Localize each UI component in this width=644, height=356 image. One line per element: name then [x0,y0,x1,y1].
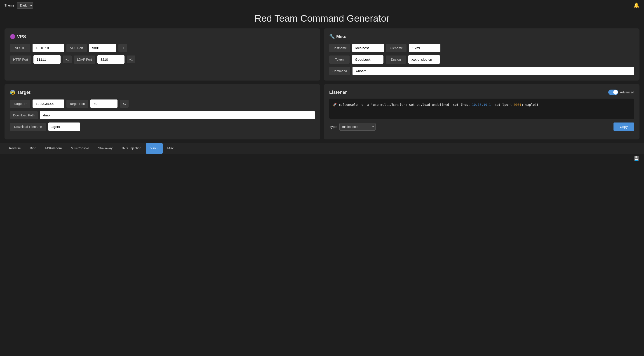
hostname-input[interactable] [352,44,384,52]
target-title-text: Target [17,90,30,95]
bottom-bar: 💾 [0,154,644,163]
vps-ip-label: VPS IP [10,44,30,52]
hostname-label: Hostname [329,44,350,52]
hostname-filename-row: Hostname Filename [329,44,634,52]
filename-label: Filename [386,44,406,52]
target-port-increment-btn[interactable]: +1 [120,100,128,108]
type-label: Type [329,125,337,129]
vps-title: 🟣 VPS [10,34,315,39]
target-title: 😰 Target [10,90,315,95]
token-label: Token [329,55,350,64]
target-ip-port-row: Target IP Target Port +1 [10,100,315,108]
download-path-row: Download Path [10,111,315,119]
top-bar: Theme Dark Light 🔔 [0,0,644,11]
listener-header: Listener Advanced [329,90,634,95]
tab-stowaway[interactable]: Stowaway [94,143,117,154]
download-filename-label: Download Filename [10,123,46,131]
bell-icon[interactable]: 🔔 [634,2,640,8]
bottom-tabs: Reverse Bind MSFVenom MSFConsole Stowawa… [0,143,644,154]
type-row: Type msfconsole netcat socat Copy [329,123,634,131]
tab-msfvenom[interactable]: MSFVenom [41,143,66,154]
command-row: Command [329,67,634,75]
vps-ip-row: VPS IP VPS Port +1 [10,44,315,52]
misc-title-text: Misc [336,34,346,39]
tab-msfconsole[interactable]: MSFConsole [66,143,94,154]
listener-cmd-output: 🚀 msfconsole -q -x "use multi/handler; s… [329,99,634,119]
toggle-knob [613,90,618,95]
cmd-text-1: msfconsole -q -x "use multi/handler; set… [338,103,472,107]
command-label: Command [329,67,350,75]
http-port-label: HTTP Port [10,55,31,64]
cmd-port: 9001 [514,103,522,107]
main-content: 🟣 VPS VPS IP VPS Port +1 HTTP Port +1 LD… [0,28,644,143]
download-filename-input[interactable] [48,123,80,131]
tab-jndi[interactable]: JNDI Injection [117,143,146,154]
advanced-toggle[interactable] [608,90,618,95]
http-port-input[interactable] [34,55,60,64]
dnslog-label: Dnslog [386,55,406,64]
vps-title-text: VPS [17,34,26,39]
cmd-text-2: ; set lport [491,103,514,107]
type-select-wrapper: msfconsole netcat socat [340,123,376,131]
download-path-input[interactable] [40,111,315,119]
target-icon: 😰 [10,90,16,95]
token-dnslog-row: Token Dnslog [329,55,634,64]
tab-ysoui[interactable]: Ysoui [146,143,163,154]
misc-title: 🔧 Misc [329,34,634,39]
vps-card: 🟣 VPS VPS IP VPS Port +1 HTTP Port +1 LD… [4,28,320,81]
target-ip-label: Target IP [10,100,30,108]
misc-card: 🔧 Misc Hostname Filename Token Dnslog Co… [324,28,640,81]
download-filename-row: Download Filename [10,123,315,131]
advanced-label: Advanced [620,90,634,94]
theme-label: Theme [4,3,14,7]
tab-bind[interactable]: Bind [25,143,41,154]
type-left: Type msfconsole netcat socat [329,123,376,131]
ldap-port-increment-btn[interactable]: +1 [127,55,136,63]
vps-port-input[interactable] [89,44,116,52]
rocket-icon: 🚀 [333,103,337,107]
save-icon[interactable]: 💾 [634,156,640,161]
http-ldap-row: HTTP Port +1 LDAP Port +1 [10,55,315,64]
theme-section: Theme Dark Light [4,2,33,8]
theme-select[interactable]: Dark Light [17,2,33,8]
vps-ip-input[interactable] [32,44,64,52]
tab-reverse[interactable]: Reverse [4,143,25,154]
type-select[interactable]: msfconsole netcat socat [340,123,376,131]
token-input[interactable] [352,55,384,64]
command-input[interactable] [352,67,634,75]
target-card: 😰 Target Target IP Target Port +1 Downlo… [4,84,320,139]
target-port-label: Target Port [66,100,88,108]
page-title: Red Team Command Generator [0,11,644,28]
listener-card: Listener Advanced 🚀 msfconsole -q -x "us… [324,84,640,139]
vps-icon: 🟣 [10,34,16,39]
cmd-text-3: ; exploit" [522,103,540,107]
misc-icon: 🔧 [329,34,335,39]
ldap-port-input[interactable] [98,55,124,64]
filename-input[interactable] [409,44,440,52]
advanced-section: Advanced [608,90,634,95]
target-ip-input[interactable] [32,100,64,108]
listener-title: Listener [329,90,347,95]
target-port-input[interactable] [90,100,118,108]
vps-port-increment-btn[interactable]: +1 [118,44,127,52]
ldap-port-label: LDAP Port [74,55,95,64]
tab-misc[interactable]: Misc [163,143,178,154]
dnslog-input[interactable] [408,55,440,64]
cmd-ip: 10.10.10.1 [472,103,491,107]
copy-button[interactable]: Copy [614,123,634,131]
download-path-label: Download Path [10,111,38,119]
vps-port-label: VPS Port [66,44,87,52]
http-port-increment-btn[interactable]: +1 [63,55,72,63]
